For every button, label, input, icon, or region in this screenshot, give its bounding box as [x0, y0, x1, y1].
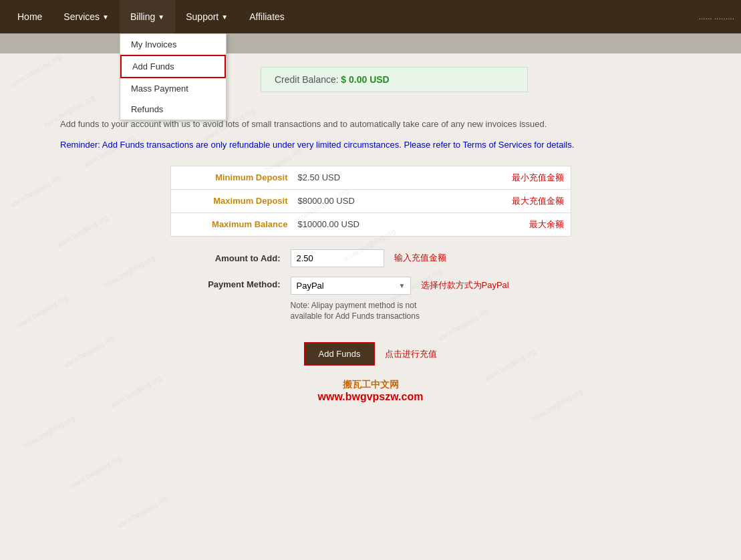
dropdown-mass-payment[interactable]: Mass Payment — [120, 78, 226, 99]
nav-support[interactable]: Support ▼ — [175, 0, 239, 33]
nav-affiliates-label: Affiliates — [249, 11, 285, 22]
nav-services[interactable]: Services ▼ — [53, 0, 120, 33]
max-balance-row: Maximum Balance $10000.00 USD 最大余额 — [170, 213, 571, 237]
amount-label: Amount to Add: — [170, 253, 291, 263]
amount-note: 输入充值金额 — [394, 252, 446, 264]
nav-support-label: Support — [186, 11, 218, 22]
nav-home[interactable]: Home — [7, 0, 53, 33]
amount-row: Amount to Add: 输入充值金额 — [170, 249, 571, 267]
description-section: Add funds to your account with us to avo… — [60, 118, 681, 152]
payment-select-wrap: PayPal Credit Card Alipay ▼ — [291, 277, 411, 295]
amount-input[interactable] — [291, 249, 384, 267]
footer-line1: 搬瓦工中文网 — [20, 379, 721, 391]
nav-affiliates[interactable]: Affiliates — [239, 0, 295, 33]
max-balance-note: 最大余额 — [529, 219, 564, 231]
navbar: Home Services ▼ Billing ▼ My Invoices Ad… — [0, 0, 741, 33]
credit-amount: $ 0.00 USD — [341, 74, 389, 85]
reminder-text: Reminder: Add Funds transactions are onl… — [60, 138, 681, 152]
payment-method-note: 选择付款方式为PayPal — [421, 279, 509, 291]
subheader — [0, 33, 741, 53]
footer-line2: www.bwgvpszw.com — [20, 391, 721, 403]
max-balance-value: $10000.00 USD — [298, 219, 516, 229]
min-deposit-row: Minimum Deposit $2.50 USD 最小充值金额 — [170, 166, 571, 190]
dropdown-refunds[interactable]: Refunds — [120, 99, 226, 120]
footer-watermark: 搬瓦工中文网 www.bwgvpszw.com — [20, 379, 721, 403]
button-row: Add Funds 点击进行充值 — [20, 342, 721, 366]
min-deposit-label: Minimum Deposit — [178, 172, 298, 182]
payment-label: Payment Method: — [170, 277, 291, 289]
min-deposit-value: $2.50 USD — [298, 172, 498, 182]
payment-select[interactable]: PayPal Credit Card Alipay — [291, 277, 411, 295]
add-funds-button[interactable]: Add Funds — [304, 342, 376, 366]
credit-balance-box: Credit Balance: $ 0.00 USD — [261, 67, 528, 92]
nav-billing-label: Billing — [130, 11, 155, 22]
nav-home-label: Home — [17, 11, 42, 22]
alipay-note: Note: Alipay payment method is not avail… — [291, 300, 424, 323]
nav-billing[interactable]: Billing ▼ My Invoices Add Funds Mass Pay… — [120, 0, 175, 33]
add-funds-form: Amount to Add: 输入充值金额 Payment Method: Pa… — [170, 249, 571, 323]
dropdown-my-invoices[interactable]: My Invoices — [120, 34, 226, 55]
max-deposit-label: Maximum Deposit — [178, 196, 298, 206]
deposit-info-table: Minimum Deposit $2.50 USD 最小充值金额 Maximum… — [170, 166, 571, 237]
payment-row: Payment Method: PayPal Credit Card Alipa… — [170, 277, 571, 323]
max-deposit-row: Maximum Deposit $8000.00 USD 最大充值金额 — [170, 189, 571, 213]
billing-dropdown: My Invoices Add Funds Mass Payment Refun… — [120, 33, 227, 120]
add-funds-button-note: 点击进行充值 — [385, 348, 437, 360]
main-content: www.bwgblog.org www.bwgblog.org www.bwgb… — [0, 53, 741, 560]
credit-label: Credit Balance: — [275, 74, 339, 85]
min-deposit-note: 最小充值金额 — [512, 172, 564, 184]
max-balance-label: Maximum Balance — [178, 219, 298, 229]
billing-arrow-icon: ▼ — [158, 13, 164, 21]
support-arrow-icon: ▼ — [221, 13, 228, 21]
max-deposit-value: $8000.00 USD — [298, 196, 498, 206]
dropdown-add-funds[interactable]: Add Funds — [120, 55, 226, 78]
max-deposit-note: 最大充值金额 — [512, 195, 564, 207]
services-arrow-icon: ▼ — [102, 13, 109, 21]
nav-services-label: Services — [63, 11, 100, 22]
user-info: ...... ......... — [699, 12, 734, 21]
